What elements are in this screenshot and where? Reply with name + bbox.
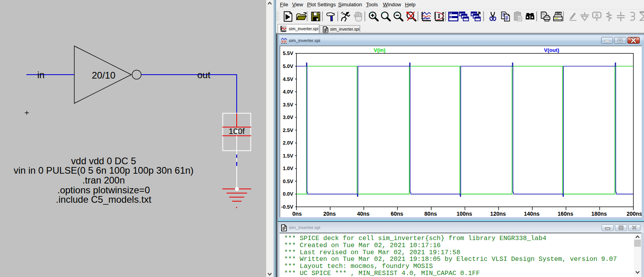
svg-text:vdd vdd 0 DC 5: vdd vdd 0 DC 5 — [71, 156, 136, 166]
svg-text:A: A — [595, 12, 599, 18]
svg-text:.options plotwinsize=0: .options plotwinsize=0 — [57, 185, 150, 195]
svg-text:200ns: 200ns — [626, 210, 641, 216]
svg-text:V(out): V(out) — [544, 47, 559, 53]
svg-text:120ns: 120ns — [490, 210, 506, 216]
svg-text:2.5V: 2.5V — [283, 127, 293, 133]
svg-text:4.0V: 4.0V — [283, 89, 293, 95]
svg-text:100ns: 100ns — [456, 210, 472, 216]
svg-text:.tran 200n: .tran 200n — [82, 175, 125, 185]
svg-text:180ns: 180ns — [591, 210, 607, 216]
svg-text:5.5V: 5.5V — [283, 50, 293, 56]
svg-text:20/10: 20/10 — [92, 70, 115, 81]
svg-text:1.5V: 1.5V — [283, 152, 293, 158]
svg-text:5.0V: 5.0V — [283, 63, 293, 69]
svg-text:160ns: 160ns — [558, 210, 573, 216]
svg-text:0.0V: 0.0V — [283, 191, 293, 197]
svg-text:-0.5V: -0.5V — [281, 204, 293, 209]
svg-text:V(in): V(in) — [374, 47, 385, 53]
svg-text:3.0V: 3.0V — [283, 114, 293, 120]
svg-text:.include C5_models.txt: .include C5_models.txt — [56, 194, 151, 205]
svg-text:3.5V: 3.5V — [283, 101, 293, 107]
svg-text:0ns: 0ns — [292, 210, 302, 216]
svg-text:0.5V: 0.5V — [283, 178, 293, 184]
svg-text:1.0V: 1.0V — [283, 165, 293, 171]
svg-text:out: out — [197, 70, 211, 80]
svg-text:140ns: 140ns — [524, 210, 539, 216]
svg-text:80ns: 80ns — [424, 210, 437, 216]
svg-text:60ns: 60ns — [390, 210, 403, 216]
svg-text:40ns: 40ns — [357, 210, 369, 216]
svg-text:2.0V: 2.0V — [283, 140, 293, 146]
svg-text:vin in 0 PULSE(0 5 6n 100p 100: vin in 0 PULSE(0 5 6n 100p 100p 30n 61n) — [14, 165, 194, 176]
svg-text:20ns: 20ns — [323, 210, 336, 216]
svg-text:4.5V: 4.5V — [283, 76, 293, 82]
svg-text:in: in — [37, 70, 45, 80]
